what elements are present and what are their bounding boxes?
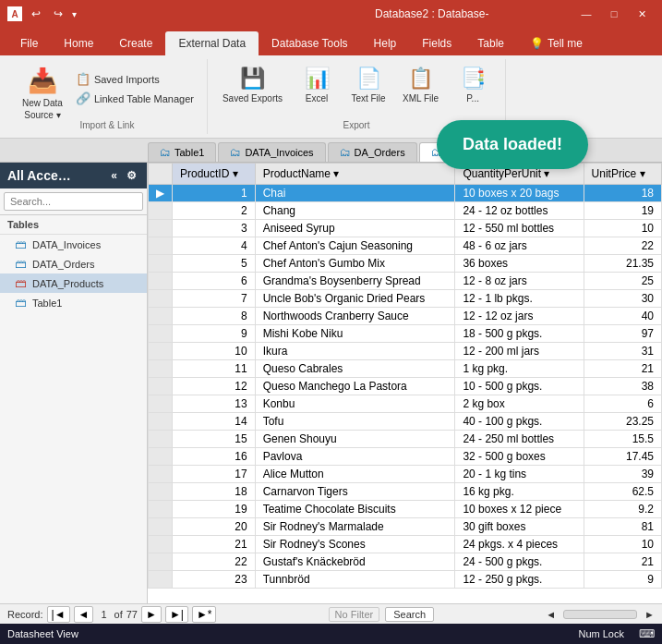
row-selector[interactable] [149, 308, 173, 325]
row-selector[interactable] [149, 431, 173, 448]
table-row[interactable]: 3 [173, 220, 256, 237]
tab-file[interactable]: File [7, 31, 51, 55]
table-row[interactable]: 16 [173, 448, 256, 466]
pdf-xps-btn[interactable]: 📑 P... [450, 63, 496, 107]
row-selector[interactable] [149, 536, 173, 553]
sidebar-item-data-products[interactable]: 🗃 DATA_Products [0, 273, 147, 293]
scroll-bar[interactable] [563, 610, 637, 619]
new-data-source-btn[interactable]: 📥 New DataSource ▾ [17, 63, 68, 125]
undo-btn[interactable]: ↩ [28, 6, 44, 22]
no-filter-label[interactable]: No Filter [329, 607, 380, 622]
sidebar-item-data-orders[interactable]: 🗃 DATA_Orders [0, 254, 147, 273]
doc-tab-data-orders[interactable]: 🗂 DA_Orders [328, 142, 417, 162]
table-row[interactable]: 19 [173, 501, 256, 518]
sidebar-search-btn[interactable]: ⚙ [124, 168, 139, 183]
row-selector[interactable] [149, 483, 173, 501]
row-selector[interactable] [149, 220, 173, 237]
row-selector[interactable] [149, 273, 173, 290]
table-row[interactable]: 7 [173, 290, 256, 308]
row-selector[interactable] [149, 290, 173, 308]
ribbon-tabs: File Home Create External Data Database … [0, 28, 662, 55]
tab-table[interactable]: Table [464, 31, 517, 55]
data-table-wrapper[interactable]: ProductID ▾ ProductName ▾ QuantityPerUni… [148, 163, 662, 603]
xml-file-icon: 📋 [408, 67, 433, 91]
table-row[interactable]: 20 [173, 518, 256, 536]
row-selector[interactable] [149, 395, 173, 413]
sidebar-item-table1[interactable]: 🗃 Table1 [0, 293, 147, 312]
row-selector[interactable] [149, 448, 173, 466]
table-row[interactable]: 9 [173, 325, 256, 343]
maximize-btn[interactable]: □ [601, 1, 627, 27]
xml-file-btn[interactable]: 📋 XML File [397, 63, 444, 107]
doc-tab-table1[interactable]: 🗂 Table1 [148, 142, 216, 162]
table-row[interactable]: 4 [173, 237, 256, 255]
row-selector[interactable] [149, 518, 173, 536]
nav-last-btn[interactable]: ►| [165, 606, 188, 623]
table-row[interactable]: 11 [173, 360, 256, 378]
row-selector[interactable] [149, 237, 173, 255]
row-selector[interactable] [149, 501, 173, 518]
sidebar-item-data-invoices[interactable]: 🗃 DATA_Invoices [0, 235, 147, 254]
saved-imports-btn[interactable]: 📋 Saved Imports [72, 70, 198, 88]
search-input[interactable] [4, 192, 143, 211]
search-label[interactable]: Search [385, 607, 434, 622]
table-row[interactable]: 1 [173, 185, 256, 202]
nav-next-btn[interactable]: ► [141, 606, 162, 623]
table-row[interactable]: 23 [173, 571, 256, 589]
row-selector[interactable]: ▶ [149, 185, 173, 202]
table-row[interactable]: 6 [173, 273, 256, 290]
table-row[interactable]: 2 [173, 202, 256, 220]
quick-access-arrow[interactable]: ▾ [72, 9, 77, 19]
nav-first-btn[interactable]: |◄ [47, 606, 70, 623]
tab-database-tools[interactable]: Database Tools [259, 31, 361, 55]
table-row[interactable]: 5 [173, 255, 256, 273]
tab-help[interactable]: Help [361, 31, 410, 55]
row-selector[interactable] [149, 413, 173, 431]
tab-fields[interactable]: Fields [409, 31, 464, 55]
sidebar-chevron-btn[interactable]: « [108, 168, 120, 183]
col-product-id[interactable]: ProductID ▾ [173, 164, 256, 185]
nav-prev-btn[interactable]: ◄ [74, 606, 94, 623]
ribbon: 📥 New DataSource ▾ 📋 Saved Imports 🔗 Lin… [0, 55, 662, 139]
redo-btn[interactable]: ↪ [50, 6, 66, 22]
minimize-btn[interactable]: — [573, 1, 599, 27]
table-row[interactable]: 18 [173, 483, 256, 501]
price-cell: 10 [584, 536, 661, 553]
linked-table-manager-btn[interactable]: 🔗 Linked Table Manager [72, 90, 198, 107]
table-row[interactable]: 10 [173, 343, 256, 360]
table-row[interactable]: 22 [173, 553, 256, 571]
doc-tab-data-invoices[interactable]: 🗂 DATA_Invoices [218, 142, 325, 162]
table-row[interactable]: 21 [173, 536, 256, 553]
table-row[interactable]: 12 [173, 378, 256, 395]
row-selector[interactable] [149, 571, 173, 589]
close-btn[interactable]: ✕ [629, 1, 655, 27]
table-row[interactable]: 15 [173, 431, 256, 448]
scroll-left-btn[interactable]: ◄ [546, 609, 556, 620]
table-row[interactable]: 8 [173, 308, 256, 325]
excel-btn[interactable]: 📊 Excel [294, 63, 340, 107]
row-selector[interactable] [149, 553, 173, 571]
table-row[interactable]: 17 [173, 466, 256, 483]
row-selector[interactable] [149, 202, 173, 220]
saved-exports-btn[interactable]: 💾 Saved Exports [217, 63, 288, 107]
text-file-btn[interactable]: 📄 Text File [345, 63, 391, 107]
row-selector[interactable] [149, 360, 173, 378]
row-selector[interactable] [149, 255, 173, 273]
tab-external-data[interactable]: External Data [165, 31, 259, 55]
row-selector[interactable] [149, 343, 173, 360]
row-selector[interactable] [149, 325, 173, 343]
row-selector[interactable] [149, 466, 173, 483]
product-name-cell: Chef Anton's Gumbo Mix [255, 255, 455, 273]
row-selector[interactable] [149, 378, 173, 395]
col-product-name[interactable]: ProductName ▾ [255, 164, 455, 185]
table-row[interactable]: 14 [173, 413, 256, 431]
scroll-right-btn[interactable]: ► [644, 609, 655, 620]
tab-create[interactable]: Create [106, 31, 165, 55]
tell-me-input[interactable]: 💡 Tell me [517, 31, 596, 55]
qty-cell: 24 - 250 ml bottles [455, 431, 584, 448]
table-row[interactable]: 13 [173, 395, 256, 413]
nav-new-btn[interactable]: ►* [192, 606, 217, 623]
col-unit-price[interactable]: UnitPrice ▾ [584, 164, 661, 185]
tab-home[interactable]: Home [51, 31, 106, 55]
qty-cell: 18 - 500 g pkgs. [455, 325, 584, 343]
